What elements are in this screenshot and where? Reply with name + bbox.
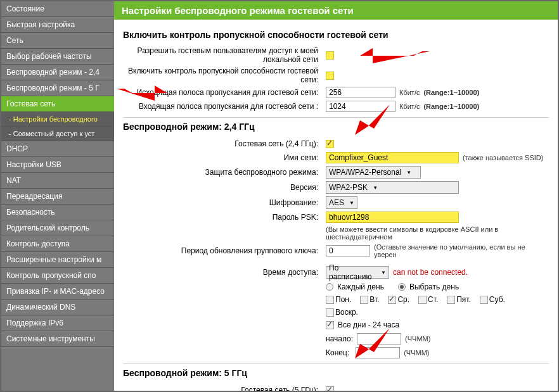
gku24-input[interactable] bbox=[326, 245, 370, 256]
ssid24-input[interactable] bbox=[326, 152, 459, 163]
sidebar-item-guest-sharing[interactable]: - Совместный доступ к уст bbox=[1, 127, 114, 141]
psk24-input[interactable] bbox=[326, 212, 459, 223]
security24-label: Защита беспроводного режима: bbox=[123, 168, 326, 177]
enable-bw-label: Включить контроль пропускной способности… bbox=[123, 66, 326, 84]
end-hint: (ЧЧММ) bbox=[404, 349, 429, 357]
psk24-label: Пароль PSK: bbox=[123, 213, 326, 222]
ssid24-label: Имя сети: bbox=[123, 153, 326, 162]
guest5-checkbox[interactable] bbox=[326, 386, 334, 391]
day-fri[interactable] bbox=[447, 296, 455, 304]
page-title: Настройки беспроводного режима гостевой … bbox=[114, 1, 558, 20]
ingress-unit: Кбит/с bbox=[399, 103, 420, 110]
day-sat[interactable] bbox=[480, 296, 488, 304]
sidebar-item-network[interactable]: Сеть bbox=[1, 33, 114, 49]
allow-local-label: Разрешить гостевым пользователям доступ … bbox=[123, 46, 326, 64]
access24-warning: can not be connected. bbox=[393, 268, 468, 277]
ssid24-hint: (также называется SSID) bbox=[463, 154, 543, 161]
ingress-range: (Range:1~10000) bbox=[423, 103, 479, 110]
sidebar-item-guest-network[interactable]: Гостевая сеть bbox=[1, 96, 114, 112]
guest24-checkbox[interactable] bbox=[326, 140, 334, 148]
start-input[interactable] bbox=[357, 333, 401, 345]
select-day-radio[interactable] bbox=[398, 283, 406, 291]
sidebar-item-guest-wireless-settings[interactable]: - Настройки беспроводного bbox=[1, 112, 114, 127]
sidebar-item-parental[interactable]: Родительский контроль bbox=[1, 220, 114, 236]
daily-label: Каждый день bbox=[337, 282, 384, 291]
gku24-hint: (Оставьте значение по умолчанию, если вы… bbox=[374, 243, 549, 258]
sidebar-item-nat[interactable]: NAT bbox=[1, 173, 114, 189]
sidebar-item-access-control[interactable]: Контроль доступа bbox=[1, 236, 114, 252]
sidebar-item-advanced-routing[interactable]: Расширенные настройки м bbox=[1, 252, 114, 268]
day-wed[interactable] bbox=[388, 296, 396, 304]
section-bandwidth-title: Включить контроль пропускной способности… bbox=[123, 26, 549, 45]
cipher24-select[interactable]: AES bbox=[326, 196, 357, 209]
sidebar-item-freq-select[interactable]: Выбор рабочей частоты bbox=[1, 49, 114, 65]
guest5-label: Гостевая сеть (5 ГГц): bbox=[123, 386, 326, 391]
access24-select[interactable]: По расписанию bbox=[326, 266, 389, 279]
sidebar-item-usb[interactable]: Настройки USB bbox=[1, 157, 114, 173]
egress-range: (Range:1~10000) bbox=[423, 89, 479, 96]
sidebar-item-system-tools[interactable]: Системные инструменты bbox=[1, 331, 114, 347]
cipher24-label: Шифрование: bbox=[123, 198, 326, 207]
section-24-title: Беспроводной режим: 2,4 ГГц bbox=[123, 117, 549, 137]
sidebar-item-ipv6[interactable]: Поддержка IPv6 bbox=[1, 315, 114, 331]
sidebar-item-security[interactable]: Безопасность bbox=[1, 205, 114, 220]
day-mon[interactable] bbox=[326, 296, 334, 304]
end-input[interactable] bbox=[356, 347, 400, 358]
security24-select[interactable]: WPA/WPA2-Personal bbox=[326, 166, 421, 179]
sidebar-item-bandwidth-control[interactable]: Контроль пропускной спо bbox=[1, 268, 114, 284]
sidebar-item-dhcp[interactable]: DHCP bbox=[1, 141, 114, 157]
start-label: начало: bbox=[326, 334, 353, 343]
end-label: Конец: bbox=[326, 348, 349, 357]
access24-label: Время доступа: bbox=[123, 268, 326, 277]
version24-label: Версия: bbox=[123, 183, 326, 192]
day-sun[interactable] bbox=[326, 308, 334, 317]
egress-unit: Кбит/с bbox=[399, 89, 420, 96]
psk24-hint: (Вы можете ввести символы в кодировке AS… bbox=[326, 225, 549, 241]
sidebar-item-status[interactable]: Состояние bbox=[1, 1, 114, 17]
ingress-label: Входящая полоса пропускания для гостевой… bbox=[123, 102, 326, 111]
version24-select[interactable]: WPA2-PSK bbox=[326, 181, 459, 194]
select-day-label: Выбрать день bbox=[409, 282, 459, 291]
all24-checkbox[interactable] bbox=[326, 321, 334, 329]
day-thu[interactable] bbox=[418, 296, 427, 304]
ingress-input[interactable] bbox=[326, 101, 395, 112]
main-content: Настройки беспроводного режима гостевой … bbox=[114, 1, 558, 391]
allow-local-checkbox[interactable] bbox=[326, 51, 334, 60]
egress-label: Исходящая полоса пропускания для гостево… bbox=[123, 88, 326, 97]
day-tue[interactable] bbox=[360, 296, 368, 304]
sidebar: Состояние Быстрая настройка Сеть Выбор р… bbox=[1, 1, 114, 391]
daily-radio[interactable] bbox=[326, 283, 333, 291]
enable-bw-checkbox[interactable] bbox=[326, 72, 334, 80]
sidebar-item-ip-mac-binding[interactable]: Привязка IP- и MAC-адресо bbox=[1, 284, 114, 300]
sidebar-item-wireless-24[interactable]: Беспроводной режим - 2,4 bbox=[1, 65, 114, 80]
sidebar-item-wireless-5[interactable]: Беспроводной режим - 5 Г bbox=[1, 80, 114, 96]
sidebar-item-quick-setup[interactable]: Быстрая настройка bbox=[1, 17, 114, 33]
sidebar-item-ddns[interactable]: Динамический DNS bbox=[1, 300, 114, 315]
gku24-label: Период обновления группового ключа: bbox=[123, 246, 326, 255]
start-hint: (ЧЧММ) bbox=[405, 335, 430, 343]
section-5-title: Беспроводной режим: 5 ГГц bbox=[123, 364, 549, 383]
egress-input[interactable] bbox=[326, 87, 395, 98]
all24-label: Все дни - 24 часа bbox=[338, 320, 399, 329]
sidebar-item-forwarding[interactable]: Переадресация bbox=[1, 189, 114, 205]
guest24-label: Гостевая сеть (2,4 ГГц): bbox=[123, 139, 326, 148]
